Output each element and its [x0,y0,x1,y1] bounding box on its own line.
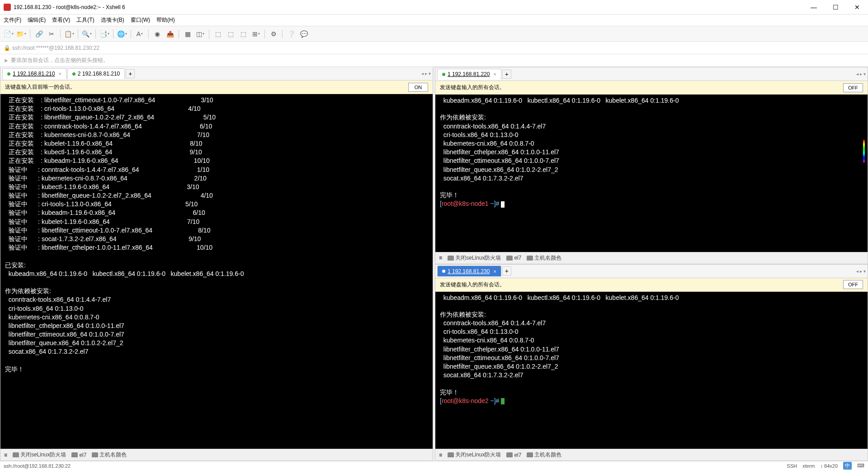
footer-btn-el7[interactable]: el7 [506,452,521,458]
open-icon[interactable]: 📁 [16,29,26,39]
menu-help[interactable]: 帮助(H) [156,16,175,24]
layout-opts-icon[interactable]: ⊞ [251,29,261,39]
menu-icon[interactable]: ≡ [439,452,442,458]
keyboard-banner: 发送键盘输入的所有会话。 OFF [435,278,868,292]
status-size: ↕ 84x20 [820,463,838,469]
tab-h-icon[interactable]: ⬚ [213,29,223,39]
close-icon[interactable]: × [493,269,496,274]
find-icon[interactable]: 🔍 [82,29,92,39]
right-bottom-pane: 1 192.168.81.230 × + ◂ ▸ ▾ 发送键盘输入的所有会话。 … [435,264,868,461]
footer-btn-selinux[interactable]: 关闭seLinux防火墙 [13,451,66,459]
tabs-nav[interactable]: ◂ ▸ ▾ [856,71,866,76]
menu-window[interactable]: 窗口(W) [131,16,150,24]
terminal-rt[interactable]: kubeadm.x86_64 0:1.19.6-0 kubectl.x86_64… [435,95,868,252]
tabs-nav[interactable]: ◂ ▸ ▾ [421,71,431,76]
footer-btn-selinux[interactable]: 关闭seLinux防火墙 [448,254,501,262]
rb-footer: ≡ 关闭seLinux防火墙 el7 主机名颜色 [435,449,868,461]
status-ssh: SSH [787,463,797,469]
window-titlebar: 192.168.81.230 - root@k8s-node2:~ - Xshe… [0,0,868,14]
app-icon [4,4,11,11]
banner-toggle[interactable]: OFF [843,280,863,289]
tab-label: 1 192.168.81.230 [448,268,490,275]
menu-tools[interactable]: 工具(T) [76,16,94,24]
background-icon[interactable]: ◉ [152,29,162,39]
globe-icon[interactable]: 🌐 [117,29,127,39]
banner-toggle[interactable]: OFF [843,83,863,92]
settings-icon[interactable]: ⚙ [269,29,278,39]
right-top-pane: 1 192.168.81.220 × + ◂ ▸ ▾ 发送键盘输入的所有会话。 … [435,67,868,264]
new-session-icon[interactable]: 📄 [4,29,14,39]
ime-icon[interactable]: ⌨ [857,463,864,469]
menu-icon[interactable]: ≡ [439,255,442,261]
tab-label: 1 192.168.81.220 [448,71,490,77]
maximize-button[interactable]: ☐ [828,2,843,13]
add-tab-button[interactable]: + [502,70,511,79]
properties-icon[interactable]: 📋 [64,29,74,39]
status-dot-icon [442,73,445,76]
status-term: xterm [802,463,815,469]
status-dot-icon [72,72,75,76]
tabs-nav[interactable]: ◂ ▸ ▾ [856,269,866,274]
footer-btn-el7[interactable]: el7 [506,255,521,261]
banner-text: 发送键盘输入的所有会话。 [440,84,505,91]
tab-session-210-1[interactable]: 1 192.168.81.210 × [2,68,66,79]
footer-btn-el7[interactable]: el7 [71,452,86,458]
status-dot-icon [7,72,10,76]
about-icon[interactable]: 💬 [299,29,309,39]
cursor [501,201,505,208]
address-bar[interactable]: 🔒 ssh://root:******@192.168.81.230:22 [0,42,868,54]
status-left: ssh://root@192.168.81.230:22 [4,463,71,469]
panes-container: 1 192.168.81.210 × 2 192.168.81.210 + ◂ … [0,67,868,461]
disconnect-icon[interactable]: ✂ [47,29,57,39]
add-tab-button[interactable]: + [502,266,511,275]
status-bar: ssh://root@192.168.81.230:22 SSH xterm ↕… [0,461,868,470]
tab-v-icon[interactable]: ⬚ [226,29,236,39]
minimize-button[interactable]: — [807,2,821,13]
tab-session-210-2[interactable]: 2 192.168.81.210 [67,68,125,79]
reconnect-icon[interactable]: 🔗 [34,29,44,39]
menu-edit[interactable]: 编辑(E) [28,16,46,24]
close-icon[interactable]: × [58,71,61,76]
help-icon[interactable]: ❔ [286,29,296,39]
hint-bar: ➤ 要添加当前会话，点击左侧的箭头按钮。 [0,54,868,67]
terminal-rb[interactable]: kubeadm.x86_64 0:1.19.6-0 kubectl.x86_64… [435,292,868,449]
menu-view[interactable]: 查看(V) [52,16,70,24]
transfer-icon[interactable]: 📤 [165,29,175,39]
layout-icon[interactable]: ◫ [195,29,205,39]
cursor [501,398,505,404]
rt-footer: ≡ 关闭seLinux防火墙 el7 主机名颜色 [435,252,868,264]
grid-icon[interactable]: ▦ [183,29,193,39]
menu-file[interactable]: 文件(F) [4,16,21,24]
tab-label: 1 192.168.81.210 [13,71,55,77]
copy-icon[interactable]: 📑 [99,29,109,39]
ime-badge[interactable]: 中 [843,462,852,470]
close-button[interactable]: ✕ [850,2,864,13]
main-toolbar: 📄 📁 🔗 ✂ 📋 🔍 📑 🌐 A ◉ 📤 ▦ ◫ ⬚ ⬚ ⬚ ⊞ ⚙ ❔ 💬 [0,26,868,42]
cascade-icon[interactable]: ⬚ [238,29,248,39]
terminal-left[interactable]: 正在安装 : libnetfilter_cttimeout-1.0.0-7.el… [0,94,433,449]
left-pane: 1 192.168.81.210 × 2 192.168.81.210 + ◂ … [0,67,433,461]
keyboard-banner: 送键盘输入目前唯一的会话。 ON [0,81,433,94]
footer-btn-hostcolor[interactable]: 主机名颜色 [527,254,561,262]
arrow-icon[interactable]: ➤ [4,57,8,64]
font-icon[interactable]: A [135,29,145,39]
close-icon[interactable]: × [493,71,496,77]
keyboard-banner: 发送键盘输入的所有会话。 OFF [435,81,868,95]
add-tab-button[interactable]: + [126,69,135,78]
footer-btn-selinux[interactable]: 关闭seLinux防火墙 [448,451,501,459]
left-tabs: 1 192.168.81.210 × 2 192.168.81.210 + ◂ … [0,67,433,81]
footer-btn-hostcolor[interactable]: 主机名颜色 [92,451,127,459]
right-pane: 1 192.168.81.220 × + ◂ ▸ ▾ 发送键盘输入的所有会话。 … [435,67,868,461]
menu-tab[interactable]: 选项卡(B) [101,16,124,24]
banner-text: 送键盘输入目前唯一的会话。 [5,83,75,91]
hint-text: 要添加当前会话，点击左侧的箭头按钮。 [11,57,108,64]
menu-icon[interactable]: ≡ [4,452,7,458]
banner-toggle[interactable]: ON [408,83,428,92]
tab-session-220[interactable]: 1 192.168.81.220 × [437,69,501,80]
window-title: 192.168.81.230 - root@k8s-node2:~ - Xshe… [14,4,807,10]
rt-tabs: 1 192.168.81.220 × + ◂ ▸ ▾ [435,67,868,81]
lock-icon: 🔒 [4,45,10,51]
footer-btn-hostcolor[interactable]: 主机名颜色 [527,451,561,459]
tab-session-230[interactable]: 1 192.168.81.230 × [437,266,501,276]
rb-tabs: 1 192.168.81.230 × + ◂ ▸ ▾ [435,265,868,278]
